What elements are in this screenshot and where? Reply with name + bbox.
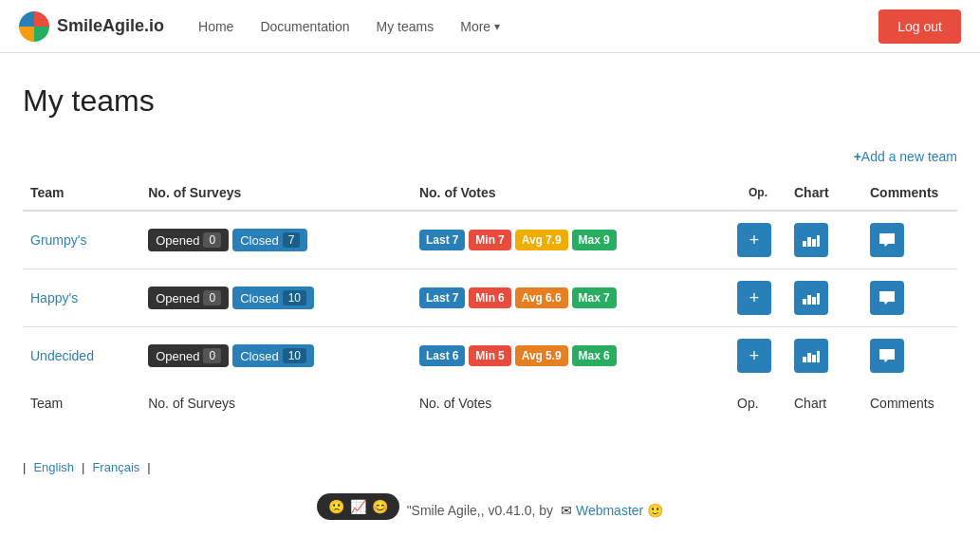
table-row: Grumpy's Opened 0 Closed 7 Last 7 Min 7 …	[23, 211, 957, 269]
nav-documentation[interactable]: Documentation	[249, 11, 361, 42]
add-team-link[interactable]: +Add a new team	[854, 149, 957, 164]
footer-version-text: "Smile Agile,, v0.41.0, by	[403, 503, 557, 518]
svg-rect-8	[803, 357, 806, 362]
col-team-header: Team	[23, 176, 140, 211]
table-row: Undecided Opened 0 Closed 10 Last 6 Min …	[23, 327, 957, 385]
svg-rect-3	[817, 235, 820, 247]
comment-button[interactable]	[870, 339, 904, 373]
team-link[interactable]: Grumpy's	[30, 232, 86, 248]
lang-english-link[interactable]: English	[33, 460, 74, 474]
chart-emoji: 📈	[350, 499, 366, 514]
max-badge: Max 9	[572, 230, 617, 250]
footer-comments-label: Comments	[862, 384, 957, 422]
nav-more[interactable]: More ▾	[449, 11, 511, 42]
lang-separator: |	[23, 460, 26, 474]
table-footer-row: Team No. of Surveys No. of Votes Op. Cha…	[23, 384, 957, 422]
logo: SmileAgile.io	[19, 11, 164, 42]
op-cell: +	[730, 211, 786, 269]
col-surveys-header: No. of Surveys	[140, 176, 412, 211]
chart-icon	[803, 349, 820, 362]
chart-icon	[803, 233, 820, 247]
svg-rect-4	[803, 299, 806, 305]
closed-count: 10	[283, 348, 306, 363]
footer-surveys-label: No. of Surveys	[140, 384, 412, 422]
avg-badge: Avg 6.6	[515, 287, 568, 308]
comment-cell	[862, 327, 957, 385]
comment-cell	[862, 211, 957, 269]
chart-button[interactable]	[794, 339, 828, 373]
svg-rect-1	[807, 237, 811, 247]
footer-votes-label: No. of Votes	[412, 384, 730, 422]
op-button[interactable]: +	[737, 281, 771, 315]
nav-my-teams[interactable]: My teams	[365, 11, 446, 42]
lang-separator2: |	[82, 460, 84, 474]
smiley-icon: 🙂	[647, 503, 663, 518]
opened-badge: Opened 0	[148, 344, 229, 367]
op-button[interactable]: +	[737, 339, 771, 373]
teams-table: Team No. of Surveys No. of Votes Op. Cha…	[23, 176, 957, 422]
op-cell: +	[730, 269, 786, 327]
footer-team-label: Team	[23, 384, 140, 422]
nav-links: Home Documentation My teams More ▾	[187, 11, 878, 42]
email-icon: ✉	[561, 503, 572, 518]
svg-rect-0	[803, 241, 806, 247]
svg-rect-11	[817, 351, 820, 362]
survey-badges: Opened 0 Closed 10	[148, 344, 404, 367]
comment-icon	[878, 348, 896, 363]
votes-cell: Last 6 Min 5 Avg 5.9 Max 6	[412, 327, 730, 385]
team-link[interactable]: Happy's	[30, 290, 78, 305]
table-header-row: Team No. of Surveys No. of Votes Op. Cha…	[23, 176, 957, 211]
opened-count: 0	[203, 232, 221, 248]
page-footer: | English | Français | 🙁 📈 😊 "Smile Agil…	[0, 453, 980, 539]
happy-emoji: 😊	[372, 499, 388, 514]
avg-badge: Avg 7.9	[515, 230, 568, 250]
page-title: My teams	[23, 83, 957, 119]
chart-cell	[786, 327, 862, 385]
svg-rect-10	[812, 355, 816, 362]
opened-badge: Opened 0	[148, 287, 229, 309]
webmaster-link[interactable]: Webmaster	[576, 503, 643, 518]
svg-rect-2	[812, 239, 816, 247]
op-cell: +	[730, 327, 786, 385]
team-name-cell: Happy's	[23, 269, 140, 327]
chart-cell	[786, 269, 862, 327]
votes-cell: Last 7 Min 6 Avg 6.6 Max 7	[412, 269, 730, 327]
votes-badges: Last 7 Min 6 Avg 6.6 Max 7	[419, 287, 722, 308]
survey-badges-cell: Opened 0 Closed 10	[140, 327, 412, 385]
chart-button[interactable]	[794, 223, 828, 257]
min-badge: Min 6	[469, 287, 510, 308]
min-badge: Min 7	[469, 230, 510, 250]
nav-home[interactable]: Home	[187, 11, 245, 42]
bottom-footer: 🙁 📈 😊 "Smile Agile,, v0.41.0, by ✉ Webma…	[0, 482, 980, 539]
survey-badges-cell: Opened 0 Closed 7	[140, 211, 412, 269]
max-badge: Max 7	[572, 287, 617, 308]
votes-badges: Last 6 Min 5 Avg 5.9 Max 6	[419, 345, 722, 366]
add-team-row: +Add a new team	[23, 149, 957, 164]
chart-button[interactable]	[794, 281, 828, 315]
logo-text: SmileAgile.io	[57, 16, 164, 36]
avg-badge: Avg 5.9	[515, 345, 568, 366]
opened-badge: Opened 0	[148, 229, 229, 251]
last-badge: Last 7	[419, 230, 465, 250]
navbar: SmileAgile.io Home Documentation My team…	[0, 0, 980, 53]
comment-button[interactable]	[870, 281, 904, 315]
table-row: Happy's Opened 0 Closed 10 Last 7 Min 6 …	[23, 269, 957, 327]
col-chart-header: Chart	[786, 176, 862, 211]
lang-french-link[interactable]: Français	[92, 460, 139, 474]
closed-badge: Closed 7	[232, 229, 307, 251]
sad-emoji: 🙁	[328, 499, 344, 514]
chart-icon	[803, 291, 820, 305]
closed-count: 10	[283, 290, 306, 305]
closed-count: 7	[283, 232, 301, 248]
comment-cell	[862, 269, 957, 327]
team-name-cell: Undecided	[23, 327, 140, 385]
op-button[interactable]: +	[737, 223, 771, 257]
logout-button[interactable]: Log out	[878, 9, 961, 44]
opened-count: 0	[203, 290, 221, 305]
last-badge: Last 6	[419, 345, 465, 366]
votes-cell: Last 7 Min 7 Avg 7.9 Max 9	[412, 211, 730, 269]
max-badge: Max 6	[572, 345, 617, 366]
svg-rect-7	[817, 293, 820, 305]
team-link[interactable]: Undecided	[30, 348, 94, 363]
comment-button[interactable]	[870, 223, 904, 257]
